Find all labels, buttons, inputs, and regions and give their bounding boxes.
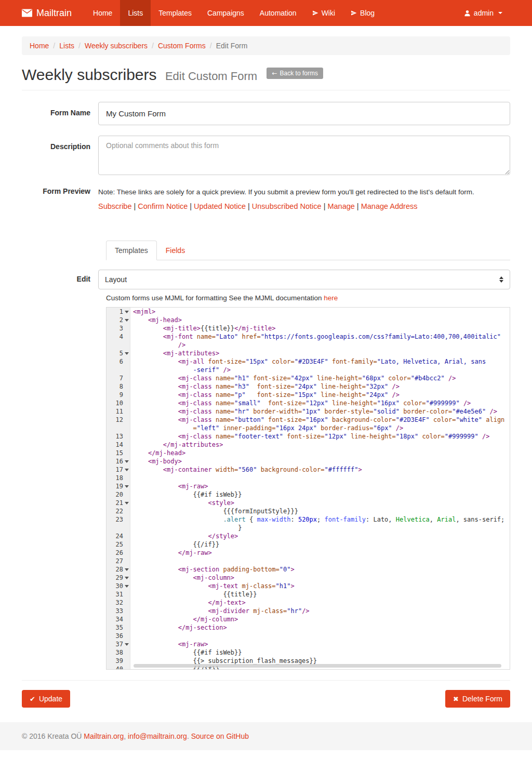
code-text[interactable]: <mj-class name="small" font-size="12px" … bbox=[130, 399, 471, 407]
horizontal-scrollbar[interactable] bbox=[134, 664, 501, 668]
code-text[interactable]: <mj-class name="button" font-size="16px"… bbox=[130, 416, 504, 424]
description-textarea[interactable] bbox=[98, 136, 510, 175]
fold-spacer bbox=[123, 532, 130, 540]
code-text[interactable]: } bbox=[130, 524, 242, 532]
tab-fields[interactable]: Fields bbox=[157, 241, 194, 260]
fold-icon[interactable] bbox=[123, 482, 130, 490]
code-text[interactable]: <mj-class name="h1" font-size="42px" lin… bbox=[130, 374, 456, 382]
code-text[interactable]: .alert { max-width: 520px; font-family: … bbox=[130, 515, 504, 524]
breadcrumb-link-custom-forms[interactable]: Custom Forms bbox=[158, 42, 206, 50]
code-text[interactable]: <mj-class name="footer-text" font-size="… bbox=[130, 432, 489, 441]
form-name-input[interactable] bbox=[98, 102, 510, 125]
code-text[interactable]: </mj-head> bbox=[130, 449, 185, 457]
gutter-cell: 9 bbox=[107, 391, 130, 399]
preview-link-manage-address[interactable]: Manage Address bbox=[361, 202, 418, 210]
breadcrumb-link-weekly-subscribers[interactable]: Weekly subscribers bbox=[85, 42, 148, 50]
code-line: 37 <mj-raw> bbox=[107, 640, 510, 648]
fold-icon[interactable] bbox=[123, 466, 130, 474]
code-line: 35 </mj-section> bbox=[107, 623, 510, 632]
gutter-cell: 6 bbox=[107, 357, 130, 366]
footer: © 2016 Kreata OÜ Mailtrain.org, info@mai… bbox=[0, 722, 532, 750]
code-text[interactable] bbox=[130, 557, 133, 565]
preview-link-unsubscribed-notice[interactable]: Unsubscribed Notice bbox=[252, 202, 322, 210]
code-text[interactable]: <mj-class name="h3" font-size="24px" lin… bbox=[130, 382, 400, 391]
code-text[interactable]: -serif" /> bbox=[130, 366, 231, 374]
code-text[interactable]: <mj-class name="hr" border-width="1px" b… bbox=[130, 407, 497, 416]
code-text[interactable]: <style> bbox=[130, 499, 234, 507]
code-text[interactable]: <mj-divider mj-class="hr"/> bbox=[130, 607, 310, 615]
code-text[interactable]: </mj-attributes> bbox=[130, 441, 223, 449]
brand-logo[interactable]: Mailtrain bbox=[22, 0, 79, 26]
code-text[interactable]: {{#if isWeb}} bbox=[130, 648, 242, 657]
code-text[interactable]: <mj-raw> bbox=[130, 482, 208, 490]
code-text[interactable]: <mj-text mj-class="h1"> bbox=[130, 582, 295, 590]
code-text[interactable]: <mj-class name="p" font-size="15px" line… bbox=[130, 391, 400, 399]
nav-item-automation[interactable]: Automation bbox=[252, 0, 304, 26]
code-text[interactable]: <mj-section padding-bottom="0"> bbox=[130, 565, 295, 574]
fold-spacer bbox=[123, 424, 130, 432]
breadcrumb-link-lists[interactable]: Lists bbox=[59, 42, 74, 50]
code-text[interactable]: /> bbox=[130, 341, 185, 349]
gutter-cell: 18 bbox=[107, 474, 130, 482]
nav-item-blog[interactable]: Blog bbox=[343, 0, 382, 26]
gutter-cell: 24 bbox=[107, 532, 130, 540]
line-number: 21 bbox=[109, 499, 123, 507]
preview-link-confirm-notice[interactable]: Confirm Notice bbox=[138, 202, 188, 210]
fold-icon[interactable] bbox=[123, 640, 130, 648]
footer-link-source-on-github[interactable]: Source on GitHub bbox=[191, 732, 249, 740]
fold-icon[interactable] bbox=[123, 582, 130, 590]
code-text[interactable]: <mj-attributes> bbox=[130, 349, 219, 357]
code-text[interactable]: <mj-title>{{title}}</mj-title> bbox=[130, 324, 276, 333]
fold-icon[interactable] bbox=[123, 308, 130, 316]
code-text[interactable]: </mj-section> bbox=[130, 623, 227, 632]
nav-item-home[interactable]: Home bbox=[85, 0, 120, 26]
fold-icon[interactable] bbox=[123, 574, 130, 582]
fold-spacer bbox=[123, 490, 130, 499]
code-text[interactable]: {{/if}} bbox=[130, 540, 219, 549]
mjml-docs-link[interactable]: here bbox=[324, 294, 338, 302]
footer-link-mailtrain-org[interactable]: Mailtrain.org bbox=[84, 732, 124, 740]
code-text[interactable]: </mj-column> bbox=[130, 615, 238, 623]
mjml-code-editor[interactable]: 1<mjml>2 <mj-head>3 <mj-title>{{title}}<… bbox=[106, 307, 510, 670]
fold-icon[interactable] bbox=[123, 499, 130, 507]
fold-icon[interactable] bbox=[123, 316, 130, 324]
code-text[interactable]: <mj-all font-size="15px" color="#2D3E4F"… bbox=[130, 357, 486, 366]
nav-item-lists[interactable]: Lists bbox=[120, 0, 151, 26]
nav-item-templates[interactable]: Templates bbox=[151, 0, 200, 26]
code-line: 16 <mj-body> bbox=[107, 457, 510, 466]
preview-link-manage[interactable]: Manage bbox=[327, 202, 354, 210]
code-text[interactable]: </mj-raw> bbox=[130, 549, 212, 557]
fold-icon[interactable] bbox=[123, 457, 130, 466]
nav-item-campaigns[interactable]: Campaigns bbox=[200, 0, 252, 26]
code-text[interactable]: <mj-font name="Lato" href="https://fonts… bbox=[130, 333, 501, 341]
code-text[interactable]: <mj-raw> bbox=[130, 640, 208, 648]
preview-link-subscribe[interactable]: Subscribe bbox=[98, 202, 131, 210]
breadcrumb-link-home[interactable]: Home bbox=[30, 42, 49, 50]
edit-template-select[interactable]: Layout bbox=[98, 270, 510, 289]
code-text[interactable]: <mj-body> bbox=[130, 457, 182, 466]
back-to-forms-button[interactable]: ← Back to forms bbox=[267, 68, 323, 79]
delete-form-button[interactable]: ✖ Delete Form bbox=[445, 690, 510, 708]
fold-icon[interactable] bbox=[123, 565, 130, 574]
code-text[interactable]: ="left" inner-padding="16px 24px" border… bbox=[130, 424, 403, 432]
update-button[interactable]: ✔ Update bbox=[22, 690, 70, 708]
code-text[interactable]: {{#if isWeb}} bbox=[130, 490, 242, 499]
code-text[interactable] bbox=[130, 474, 133, 482]
code-text[interactable]: <mjml> bbox=[130, 308, 155, 316]
user-menu[interactable]: admin bbox=[456, 0, 510, 26]
fold-icon[interactable] bbox=[123, 349, 130, 357]
gutter-cell: 2 bbox=[107, 316, 130, 324]
footer-link-info-mailtrain-org[interactable]: info@mailtrain.org bbox=[128, 732, 187, 740]
tab-templates[interactable]: Templates bbox=[106, 241, 157, 260]
nav-item-wiki[interactable]: Wiki bbox=[304, 0, 343, 26]
code-text[interactable]: </style> bbox=[130, 532, 238, 540]
code-text[interactable] bbox=[130, 632, 133, 640]
code-text[interactable]: <mj-column> bbox=[130, 574, 234, 582]
code-text[interactable]: <mj-head> bbox=[130, 316, 182, 324]
code-text[interactable]: {{{formInputStyle}}} bbox=[130, 507, 298, 515]
code-text[interactable]: {{title}} bbox=[130, 590, 257, 599]
line-number: 25 bbox=[109, 540, 123, 549]
code-text[interactable]: </mj-text> bbox=[130, 599, 246, 607]
preview-link-updated-notice[interactable]: Updated Notice bbox=[194, 202, 246, 210]
code-text[interactable]: <mj-container width="560" background-col… bbox=[130, 466, 362, 474]
